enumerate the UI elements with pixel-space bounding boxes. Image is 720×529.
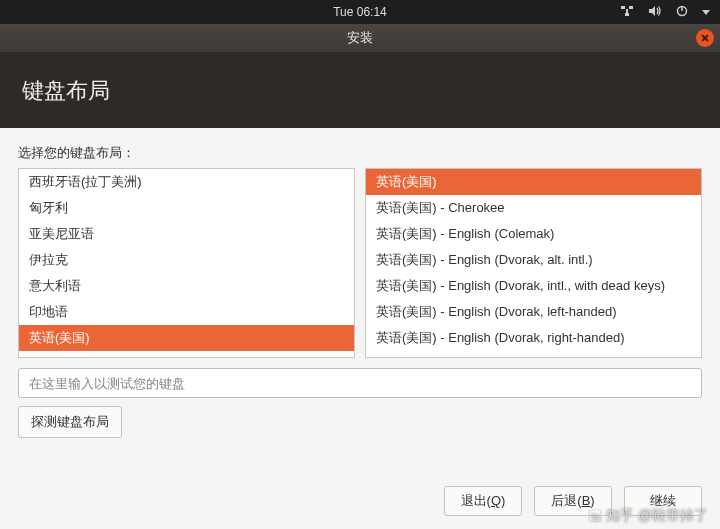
list-item[interactable]: 亚美尼亚语	[19, 221, 354, 247]
desktop-topbar: Tue 06:14	[0, 0, 720, 24]
list-item[interactable]: 意大利语	[19, 273, 354, 299]
volume-icon[interactable]	[648, 5, 662, 20]
close-button[interactable]	[696, 29, 714, 47]
detect-layout-button[interactable]: 探测键盘布局	[18, 406, 122, 438]
list-item[interactable]: 英语(美国)	[19, 325, 354, 351]
clock: Tue 06:14	[333, 5, 387, 19]
svg-rect-2	[625, 13, 629, 16]
list-item[interactable]: 英语(美国)	[366, 169, 701, 195]
page-title: 键盘布局	[22, 76, 698, 106]
svg-rect-1	[629, 6, 633, 9]
svg-marker-4	[649, 6, 655, 16]
window-titlebar: 安装	[0, 24, 720, 52]
list-item[interactable]: 匈牙利	[19, 195, 354, 221]
list-item[interactable]: 英语(美国) - English (Colemak)	[366, 221, 701, 247]
svg-text:知: 知	[590, 512, 599, 522]
zhihu-icon: 知	[588, 509, 602, 523]
system-indicators	[620, 5, 710, 20]
test-keyboard-row	[18, 368, 702, 398]
page-header: 键盘布局	[0, 52, 720, 128]
network-icon[interactable]	[620, 5, 634, 20]
list-item[interactable]: 英语(美国) - Cherokee	[366, 195, 701, 221]
quit-button[interactable]: 退出(Q)	[444, 486, 522, 516]
list-item[interactable]: 英语(美国) - English (Dvorak, left-handed)	[366, 299, 701, 325]
list-item[interactable]: 英语(美国) - English (Dvorak, alt. intl.)	[366, 247, 701, 273]
svg-rect-3	[626, 9, 628, 13]
layout-language-listbox[interactable]: 西班牙语(拉丁美洲)匈牙利亚美尼亚语伊拉克意大利语印地语英语(美国)英语(南非)	[18, 168, 355, 358]
list-item[interactable]: 英语(南非)	[19, 351, 354, 358]
layout-list-row: 西班牙语(拉丁美洲)匈牙利亚美尼亚语伊拉克意大利语印地语英语(美国)英语(南非)…	[18, 168, 702, 358]
watermark: 知 知乎 @鞋带掉了	[588, 507, 708, 525]
svg-marker-7	[702, 10, 710, 15]
svg-rect-0	[621, 6, 625, 9]
list-item[interactable]: 英语(美国) - English (Dvorak, intl., with de…	[366, 273, 701, 299]
layout-variant-listbox[interactable]: 英语(美国)英语(美国) - Cherokee英语(美国) - English …	[365, 168, 702, 358]
test-keyboard-input[interactable]	[18, 368, 702, 398]
list-item[interactable]: 英语(美国) - English (Dvorak, right-handed)	[366, 325, 701, 351]
power-icon[interactable]	[676, 5, 688, 20]
detect-row: 探测键盘布局	[18, 406, 702, 438]
main-content: 选择您的键盘布局： 西班牙语(拉丁美洲)匈牙利亚美尼亚语伊拉克意大利语印地语英语…	[0, 128, 720, 529]
list-item[interactable]: 伊拉克	[19, 247, 354, 273]
prompt-label: 选择您的键盘布局：	[18, 144, 702, 162]
list-item[interactable]: 西班牙语(拉丁美洲)	[19, 169, 354, 195]
window-title: 安装	[347, 29, 373, 47]
chevron-down-icon[interactable]	[702, 5, 710, 19]
list-item[interactable]: 印地语	[19, 299, 354, 325]
